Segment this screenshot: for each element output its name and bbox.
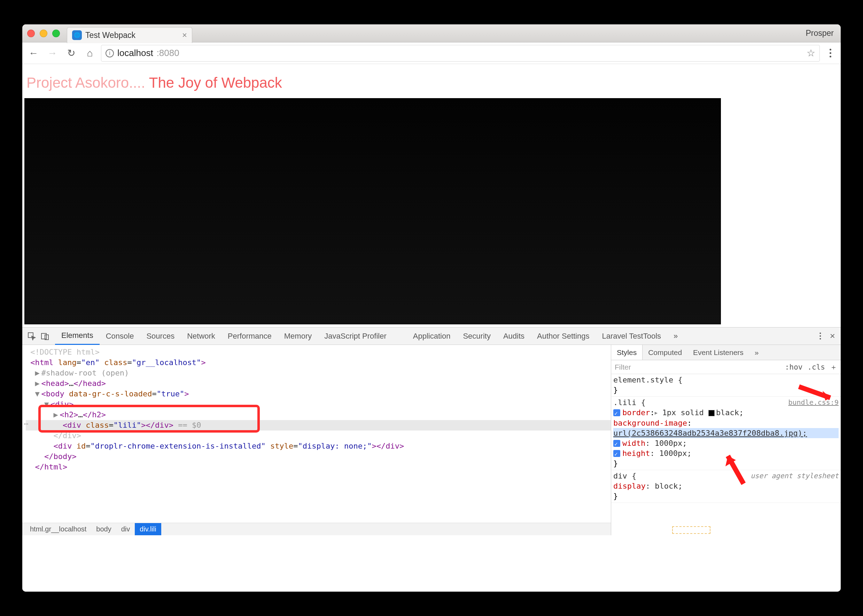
crumb-body[interactable]: body bbox=[91, 523, 116, 535]
close-tab-button[interactable]: × bbox=[182, 30, 187, 40]
subtabs-overflow-icon[interactable]: » bbox=[749, 345, 764, 360]
dom-tree[interactable]: <!DOCTYPE html> <html lang="en" class="g… bbox=[22, 345, 611, 523]
window-controls bbox=[27, 30, 60, 37]
devtools-tabs: Elements Console Sources Network Perform… bbox=[22, 327, 841, 345]
inspect-element-icon[interactable] bbox=[25, 330, 38, 343]
styles-filter-input[interactable]: Filter bbox=[615, 363, 780, 371]
collapse-arrow-icon[interactable]: ▼ bbox=[44, 399, 50, 410]
prop-checkbox[interactable] bbox=[613, 440, 620, 447]
site-info-icon[interactable]: i bbox=[106, 49, 114, 57]
tab-audits[interactable]: Audits bbox=[497, 327, 531, 345]
shadow-root: #shadow-root (open) bbox=[41, 369, 129, 377]
tab-js-profiler[interactable]: JavaScript Profiler bbox=[318, 327, 393, 345]
devtools-menu-button[interactable] bbox=[814, 333, 826, 339]
viewport: Project Asokoro.... The Joy of Webpack bbox=[22, 64, 841, 327]
tab-console[interactable]: Console bbox=[99, 327, 140, 345]
rule-element-style: element.style { } bbox=[611, 374, 841, 397]
heading-part2: The Joy of Webpack bbox=[149, 74, 282, 91]
devtools-close-button[interactable]: × bbox=[827, 331, 838, 341]
elements-panel: <!DOCTYPE html> <html lang="en" class="g… bbox=[22, 345, 611, 535]
devtools: Elements Console Sources Network Perform… bbox=[22, 327, 841, 535]
back-button[interactable]: ← bbox=[26, 46, 41, 61]
dom-doctype: <!DOCTYPE html> bbox=[30, 348, 99, 357]
rule-lili: bundle.css:9 .lili { border:▶ 1px solid … bbox=[611, 397, 841, 470]
browser-window: 🌐 Test Webpack × Prosper ← → ↻ ⌂ i local… bbox=[22, 24, 841, 592]
toolbar: ← → ↻ ⌂ i localhost:8080 ☆ bbox=[22, 42, 841, 64]
rule-source-ua: user agent stylesheet bbox=[751, 471, 839, 481]
styles-filter-row: Filter :hov .cls ＋ bbox=[611, 360, 841, 374]
new-rule-button[interactable]: ＋ bbox=[830, 362, 837, 372]
tab-sources[interactable]: Sources bbox=[140, 327, 181, 345]
styles-panel: Styles Computed Event Listeners » Filter… bbox=[611, 345, 841, 535]
expand-arrow-icon[interactable]: ▶ bbox=[35, 378, 41, 389]
tab-network[interactable]: Network bbox=[181, 327, 222, 345]
tab-title: Test Webpack bbox=[85, 31, 168, 40]
crumb-div-lili[interactable]: div.lili bbox=[135, 523, 161, 535]
subtab-listeners[interactable]: Event Listeners bbox=[687, 345, 749, 360]
home-button[interactable]: ⌂ bbox=[82, 46, 98, 61]
devtools-body: <!DOCTYPE html> <html lang="en" class="g… bbox=[22, 345, 841, 535]
crumb-div[interactable]: div bbox=[117, 523, 135, 535]
tab-author-settings[interactable]: Author Settings bbox=[531, 327, 595, 345]
device-toolbar-icon[interactable] bbox=[38, 330, 52, 343]
close-window-button[interactable] bbox=[27, 30, 35, 37]
styles-subtabs: Styles Computed Event Listeners » bbox=[611, 345, 841, 360]
browser-tab[interactable]: 🌐 Test Webpack × bbox=[67, 27, 192, 43]
tab-elements[interactable]: Elements bbox=[55, 327, 99, 345]
minimize-window-button[interactable] bbox=[40, 30, 47, 37]
page: Project Asokoro.... The Joy of Webpack E… bbox=[22, 64, 841, 592]
url-host: localhost bbox=[117, 48, 153, 58]
crumb-html[interactable]: html.gr__localhost bbox=[25, 523, 91, 535]
heading-part1: Project Asokoro.... bbox=[27, 74, 149, 91]
menu-button[interactable] bbox=[823, 49, 837, 57]
tab-laravel[interactable]: Laravel TestTools bbox=[595, 327, 667, 345]
box-model-preview bbox=[672, 526, 710, 534]
svg-rect-1 bbox=[41, 333, 46, 339]
rule-user-agent: user agent stylesheet div { display: blo… bbox=[611, 470, 841, 503]
tabs-overflow-icon[interactable]: » bbox=[667, 327, 684, 345]
highlighted-url: url(2c538663248adb2534a3e837f208dba8.jpg… bbox=[613, 428, 839, 438]
breadcrumb: html.gr__localhost body div div.lili bbox=[22, 523, 611, 535]
bookmark-icon[interactable]: ☆ bbox=[806, 47, 815, 59]
expand-arrow-icon[interactable]: ▶ bbox=[53, 410, 60, 420]
collapse-arrow-icon[interactable]: ▼ bbox=[35, 389, 41, 399]
tab-application[interactable]: Application bbox=[407, 327, 457, 345]
forward-button[interactable]: → bbox=[44, 46, 60, 61]
profile-label[interactable]: Prosper bbox=[806, 28, 834, 38]
styles-content[interactable]: element.style { } bundle.css:9 .lili { b… bbox=[611, 374, 841, 535]
lili-box bbox=[24, 98, 721, 324]
tab-security[interactable]: Security bbox=[457, 327, 497, 345]
address-bar[interactable]: i localhost:8080 ☆ bbox=[101, 45, 820, 61]
reload-button[interactable]: ↻ bbox=[63, 46, 79, 61]
subtab-computed[interactable]: Computed bbox=[643, 345, 687, 360]
prop-checkbox[interactable] bbox=[613, 450, 620, 457]
tab-memory[interactable]: Memory bbox=[278, 327, 318, 345]
maximize-window-button[interactable] bbox=[52, 30, 60, 37]
hov-toggle[interactable]: :hov bbox=[785, 363, 803, 371]
color-swatch-icon[interactable] bbox=[709, 410, 715, 416]
prop-checkbox[interactable] bbox=[613, 409, 620, 416]
rule-source-link[interactable]: bundle.css:9 bbox=[789, 398, 839, 407]
titlebar: 🌐 Test Webpack × Prosper bbox=[22, 24, 841, 42]
selected-dom-node[interactable]: ⋯ <div class="lili"></div> == $0 bbox=[26, 420, 611, 431]
favicon-icon: 🌐 bbox=[72, 30, 82, 40]
page-heading: Project Asokoro.... The Joy of Webpack bbox=[24, 74, 839, 91]
cls-toggle[interactable]: .cls bbox=[807, 363, 825, 371]
url-port: :8080 bbox=[157, 48, 180, 58]
tab-performance[interactable]: Performance bbox=[222, 327, 278, 345]
expand-arrow-icon[interactable]: ▶ bbox=[35, 368, 41, 378]
subtab-styles[interactable]: Styles bbox=[611, 345, 643, 360]
